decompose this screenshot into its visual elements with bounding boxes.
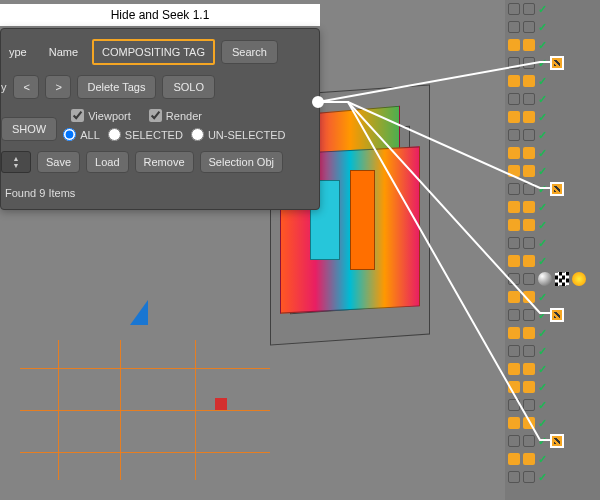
obj-row[interactable]: ✓ [505, 18, 600, 36]
tab-compositing-tag[interactable]: COMPOSITING TAG [92, 39, 215, 65]
obj-row[interactable]: ✓ [505, 468, 600, 486]
check-icon: ✓ [538, 471, 547, 484]
scope-all-radio[interactable]: ALL [63, 128, 100, 141]
check-icon: ✓ [538, 21, 547, 34]
object-manager-column: ✓ ✓ ✓ ✓ ✓ ✓ ✓ ✓ ✓ ✓ ✓ ✓ ✓ ✓ ✓ ✓ ✓ ✓ ✓ ✓ … [505, 0, 600, 500]
solo-button[interactable]: SOLO [162, 75, 215, 99]
check-icon: ✓ [538, 219, 547, 232]
sun-icon [572, 272, 586, 286]
compositing-tag-icon[interactable] [550, 308, 564, 322]
obj-row[interactable]: ✓ [505, 234, 600, 252]
tab-name[interactable]: Name [41, 41, 86, 63]
obj-row[interactable]: ✓ [505, 360, 600, 378]
check-icon: ✓ [538, 93, 547, 106]
panel-title: Hide and Seek 1.1 [0, 4, 320, 26]
obj-row[interactable]: ✓ [505, 144, 600, 162]
viewport-background: Hide and Seek 1.1 ype Name COMPOSITING T… [0, 0, 600, 500]
obj-row[interactable] [505, 270, 600, 288]
axis-indicator [130, 300, 148, 325]
check-icon: ✓ [538, 39, 547, 52]
obj-row[interactable]: ✓ [505, 288, 600, 306]
next-button[interactable]: > [45, 75, 71, 99]
annotation-dot [312, 96, 324, 108]
visibility-row: SHOW Viewport Render ALL SELECTED UN-SEL… [1, 109, 311, 141]
obj-row[interactable]: ✓ [505, 108, 600, 126]
check-icon: ✓ [538, 237, 547, 250]
remove-button[interactable]: Remove [135, 151, 194, 173]
obj-row[interactable]: ✓ [505, 0, 600, 18]
check-icon: ✓ [538, 147, 547, 160]
check-icon: ✓ [538, 291, 547, 304]
obj-row[interactable]: ✓ [505, 54, 600, 72]
check-icon: ✓ [538, 309, 547, 322]
obj-row[interactable]: ✓ [505, 414, 600, 432]
check-icon: ✓ [538, 255, 547, 268]
check-icon: ✓ [538, 381, 547, 394]
obj-row[interactable]: ✓ [505, 306, 600, 324]
obj-row[interactable]: ✓ [505, 396, 600, 414]
check-icon: ✓ [538, 201, 547, 214]
wireframe-grid [20, 340, 270, 480]
check-icon: ✓ [538, 57, 547, 70]
selection-obj-button[interactable]: Selection Obj [200, 151, 283, 173]
status-text: Found 9 Items [1, 183, 311, 201]
check-icon: ✓ [538, 327, 547, 340]
check-icon: ✓ [538, 363, 547, 376]
compositing-tag-icon[interactable] [550, 56, 564, 70]
check-icon: ✓ [538, 75, 547, 88]
check-icon: ✓ [538, 183, 547, 196]
scope-selected-radio[interactable]: SELECTED [108, 128, 183, 141]
compositing-tag-icon[interactable] [550, 182, 564, 196]
check-icon: ✓ [538, 129, 547, 142]
checker-icon [555, 272, 569, 286]
obj-row[interactable]: ✓ [505, 162, 600, 180]
hide-and-seek-panel: ype Name COMPOSITING TAG Search y < > De… [0, 28, 320, 210]
save-button[interactable]: Save [37, 151, 80, 173]
material-sphere-icon[interactable] [538, 272, 552, 286]
history-label: y [1, 81, 7, 93]
check-icon: ✓ [538, 165, 547, 178]
check-icon: ✓ [538, 453, 547, 466]
load-button[interactable]: Load [86, 151, 128, 173]
obj-row[interactable]: ✓ [505, 126, 600, 144]
obj-row[interactable]: ✓ [505, 342, 600, 360]
obj-row[interactable]: ✓ [505, 324, 600, 342]
prev-button[interactable]: < [13, 75, 39, 99]
check-icon: ✓ [538, 417, 547, 430]
check-icon: ✓ [538, 3, 547, 16]
check-icon: ✓ [538, 399, 547, 412]
selection-row: ▲ ▼ Save Load Remove Selection Obj [1, 151, 311, 173]
chevron-up-icon: ▲ [13, 155, 20, 162]
slot-stepper[interactable]: ▲ ▼ [1, 151, 31, 173]
check-icon: ✓ [538, 345, 547, 358]
obj-row[interactable]: ✓ [505, 180, 600, 198]
obj-row[interactable]: ✓ [505, 450, 600, 468]
obj-row[interactable]: ✓ [505, 378, 600, 396]
check-icon: ✓ [538, 111, 547, 124]
delete-tags-button[interactable]: Delete Tags [77, 75, 157, 99]
obj-row[interactable]: ✓ [505, 36, 600, 54]
viewport-checkbox[interactable]: Viewport [71, 109, 131, 122]
obj-row[interactable]: ✓ [505, 72, 600, 90]
check-icon: ✓ [538, 435, 547, 448]
search-row: ype Name COMPOSITING TAG Search [1, 39, 311, 65]
obj-row[interactable]: ✓ [505, 90, 600, 108]
obj-row[interactable]: ✓ [505, 198, 600, 216]
chevron-down-icon: ▼ [13, 162, 20, 169]
obj-row[interactable]: ✓ [505, 216, 600, 234]
obj-row[interactable]: ✓ [505, 252, 600, 270]
obj-row[interactable]: ✓ [505, 432, 600, 450]
history-row: y < > Delete Tags SOLO [1, 75, 311, 99]
show-button[interactable]: SHOW [1, 117, 57, 141]
scope-unselected-radio[interactable]: UN-SELECTED [191, 128, 286, 141]
render-checkbox[interactable]: Render [149, 109, 202, 122]
search-button[interactable]: Search [221, 40, 278, 64]
tab-type[interactable]: ype [1, 41, 35, 63]
axis-handle[interactable] [215, 398, 227, 410]
compositing-tag-icon[interactable] [550, 434, 564, 448]
